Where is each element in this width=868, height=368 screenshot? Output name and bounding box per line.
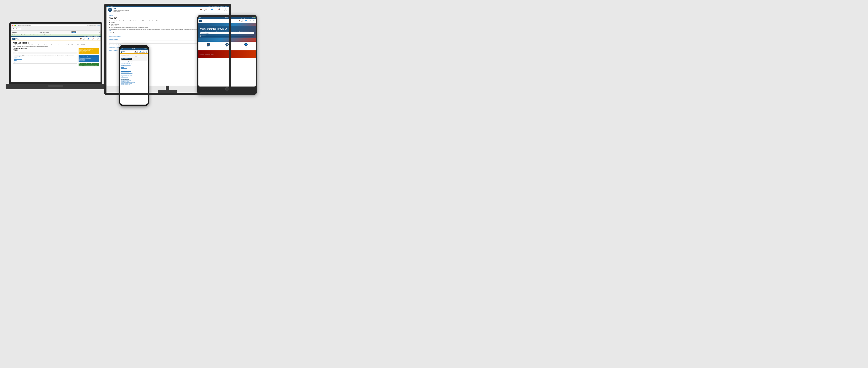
- laptop: Employment Development Department No cha…: [9, 22, 102, 100]
- monitor-nav-claims[interactable]: 📋 Claims: [204, 8, 207, 11]
- link-youth[interactable]: Youth: [13, 62, 76, 63]
- translate-btn[interactable]: Translate: [71, 31, 76, 33]
- accordion-header[interactable]: For Job Seekers ›: [13, 52, 77, 54]
- phone-pfl-link-5[interactable]: How to File a PFL Claim by Mail: [121, 84, 148, 86]
- tablet-covid-btn[interactable]: COVID-19 Resources: [200, 35, 254, 37]
- blue-link-2[interactable]: Para empleadores: [79, 59, 98, 60]
- options-btn[interactable]: Options: [97, 25, 100, 26]
- browser-minimize-btn[interactable]: [13, 25, 15, 26]
- benefits-login-link[interactable]: Benefits Login: [212, 6, 219, 7]
- tablet-newsroom-icon: 📢: [250, 20, 251, 21]
- tablet-nav-search[interactable]: 🔍 Search: [253, 20, 255, 22]
- phone-employer-login[interactable]: Employer Login: [143, 49, 147, 50]
- laptop-trackpad[interactable]: [49, 85, 63, 87]
- english-radio[interactable]: ○: [39, 32, 39, 33]
- laptop-nav-newsroom[interactable]: 📢 Newsroom: [92, 38, 95, 40]
- laptop-show-all-btn[interactable]: Show All: [13, 49, 18, 51]
- tablet-english-label[interactable]: English: [201, 18, 203, 19]
- tablet-service-claims[interactable]: 📋 Claims File and manage your unemployme…: [218, 43, 236, 49]
- espanol-radio[interactable]: ●: [45, 32, 45, 33]
- phone-pfl-links: Paid Family Leave (PFL) Overview Am I El…: [121, 80, 148, 85]
- phone-claims-icon: 📋: [136, 51, 138, 52]
- phone-benefits-login[interactable]: Benefits Login: [138, 49, 142, 50]
- laptop-nav-claims[interactable]: 📋 Claims: [83, 38, 86, 40]
- tablet-home-button[interactable]: [225, 87, 229, 91]
- laptop-content-area: Employment Resources Show All For Job Se…: [13, 48, 99, 66]
- monitor-nav-jobs[interactable]: 💼 Jobs: [200, 8, 202, 11]
- laptop-screen: Employment Development Department No cha…: [9, 22, 102, 84]
- globe-icon: 🌐: [108, 6, 109, 7]
- home-link[interactable]: Home: [209, 6, 211, 7]
- phone-unemployment-title: Unemployment Insurance: [121, 61, 148, 62]
- browser-tab[interactable]: Jobs and Training: [12, 28, 21, 30]
- monitor-topbar: 🌐 English Home Benefits Login Employer L…: [106, 5, 228, 7]
- phone-di-link-7[interactable]: EDD for State Employees: [121, 77, 148, 78]
- laptop-logo-icon: CA: [12, 38, 15, 40]
- accordion-chevron: ›: [76, 53, 76, 54]
- tablet-logo: CA EDD: [199, 20, 205, 22]
- phone-screen: Bell ▼ 4:21 PM 100% 🔋 🌐 English Home Ben…: [120, 48, 148, 105]
- lang-options: ○ English (en) ● español: [39, 32, 49, 33]
- browser-maximize-btn[interactable]: [15, 25, 17, 26]
- help-fight-fraud-link[interactable]: Help Fight Fraud: [109, 29, 202, 31]
- laptop-benefits-login[interactable]: Benefits Login: [87, 36, 93, 37]
- laptop-nav-jobs[interactable]: 💼 Jobs: [80, 38, 82, 40]
- phone-covid-desc: Understand what benefits are available, …: [121, 56, 147, 58]
- tablet-service-jobs-desc: Find job services and training available…: [202, 47, 215, 48]
- tablet-service-employers-desc: Manage your tax account and find importa…: [237, 47, 255, 49]
- laptop-employer-login[interactable]: Employer Login: [94, 36, 99, 37]
- tablet-employer-login[interactable]: Employer Login: [250, 18, 255, 19]
- phone-nav-items: 💼 Jobs 📋 Claims 👥 Employers 📢: [134, 51, 148, 53]
- phone-home-link[interactable]: Home: [136, 49, 137, 50]
- tablet-nav-jobs[interactable]: 💼 Jobs: [239, 20, 240, 22]
- blue-link-3[interactable]: Información local: [79, 60, 98, 61]
- tablet-service-employers[interactable]: 👥 Employers Manage your tax account and …: [237, 43, 255, 49]
- monitor-nav-employers[interactable]: 👥 Employers: [210, 8, 214, 11]
- yellow-link-3[interactable]: Información del mercado laboral: [79, 52, 98, 53]
- laptop-home-link[interactable]: Home: [84, 36, 86, 37]
- espanol-option[interactable]: español: [46, 32, 49, 33]
- phone-nav-claims[interactable]: 📋 Claims: [136, 51, 138, 53]
- phone-nav-search[interactable]: 🔍 Search: [146, 51, 148, 53]
- notice-close-icon[interactable]: ✕: [99, 34, 100, 35]
- tablet-apply-btn[interactable]: Apply for Unemployment: [200, 32, 254, 34]
- monitor-nav-search[interactable]: 🔍 Search: [224, 8, 227, 11]
- employment-resources: Show All For Job Seekers › Find no-cost …: [13, 49, 78, 64]
- tablet-nav-newsroom[interactable]: 📢 Newsroom: [249, 20, 252, 22]
- tablet-benefits-login[interactable]: Benefits Login: [244, 18, 249, 19]
- laptop-nav-employers[interactable]: 👥 Employers: [87, 38, 90, 40]
- phone-english-label[interactable]: English: [122, 49, 124, 50]
- yellow-link-2[interactable]: Solamente en inglés: [79, 51, 98, 52]
- translate-notice: Actualmente ✓ español. Le agradecemos su…: [11, 34, 100, 36]
- accordion-unemployment[interactable]: Unemployment Insurance ›: [109, 35, 203, 38]
- monitor-nav-newsroom[interactable]: 📢 Newsroom: [217, 8, 221, 11]
- yellow-link-1[interactable]: Empleo y entrenamiento laboral: [79, 50, 98, 51]
- browser-url-bar[interactable]: Employment Development Department: [18, 25, 88, 26]
- phone-covid-btn[interactable]: Access COVID-19 Resources: [121, 58, 132, 60]
- tablet-nav-claims[interactable]: 📋 Claims: [242, 20, 244, 22]
- employer-login-link[interactable]: Employer Login: [220, 6, 227, 7]
- accordion-pfl[interactable]: Paid Family Leave ›: [109, 40, 203, 43]
- accordion-disability[interactable]: Disability Insurance ›: [109, 38, 203, 40]
- phone-nav-employers[interactable]: 👥 Employers: [139, 51, 142, 53]
- translate-close-icon[interactable]: ✕: [99, 32, 100, 33]
- laptop-nav-search[interactable]: 🔍 Search: [97, 38, 99, 40]
- english-option[interactable]: English (en): [40, 32, 44, 33]
- tablet-home-link[interactable]: Home: [242, 18, 244, 19]
- phone-nav-newsroom[interactable]: 📢 Newsroom: [142, 51, 145, 53]
- english-label[interactable]: English: [110, 6, 113, 7]
- phone-ui-link-6[interactable]: Unemployment FAQs: [121, 68, 148, 69]
- phone-notch: [129, 46, 139, 47]
- bullet-3: Nonindustrial Disability Insurance (incl…: [111, 27, 203, 28]
- tablet-hero-buttons: Apply for Unemployment COVID-19 Resource…: [200, 32, 254, 37]
- tablet-service-jobs[interactable]: 💼 Jobs Find job services and training av…: [199, 43, 217, 49]
- phone-pfl-section: Paid Family Leave Paid Family Leave (PFL…: [120, 78, 148, 86]
- newsroom-icon: 📢: [218, 8, 220, 10]
- monitor-sdi-label: SDI includes:: [109, 22, 203, 23]
- monitor-desc: We manage the Unemployment Insurance and…: [109, 20, 203, 22]
- browser-close-btn[interactable]: [12, 25, 13, 26]
- tablet-nav-employers[interactable]: 👥 Employers: [245, 20, 248, 22]
- phone-nav-jobs[interactable]: 💼 Jobs: [134, 51, 135, 53]
- monitor-show-all-btn[interactable]: Show All: [109, 32, 115, 34]
- blue-link-1[interactable]: Para personas que buscan empleo: [79, 58, 98, 59]
